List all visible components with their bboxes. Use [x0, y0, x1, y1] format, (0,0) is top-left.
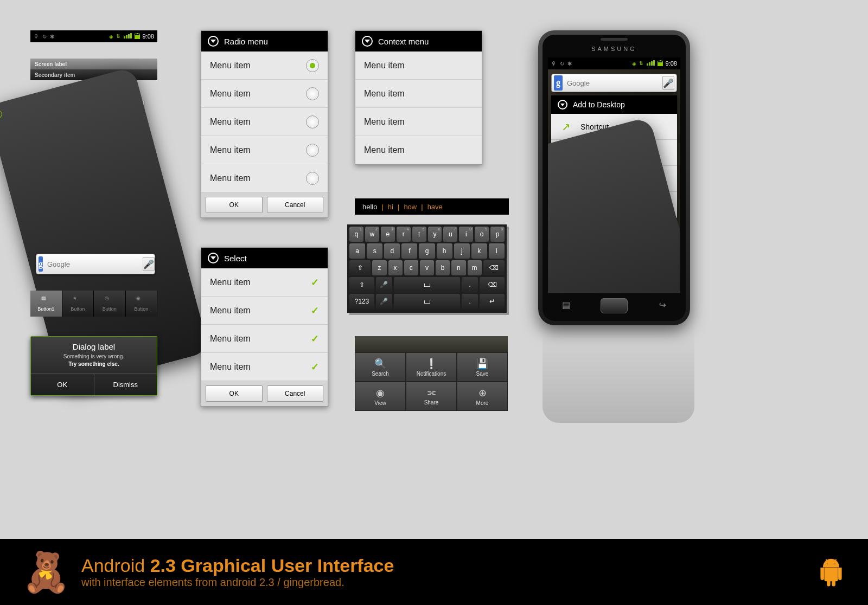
key-l[interactable]: l — [489, 243, 505, 259]
menu-hw-button[interactable]: ▤ — [562, 300, 570, 310]
opt-search[interactable]: 🔍Search — [355, 352, 406, 382]
clock-icon: ◷ — [105, 295, 114, 305]
tab-button4[interactable]: ◉Button — [126, 291, 158, 317]
dialog-title: Dialog label — [31, 337, 157, 353]
key-u[interactable]: u7 — [443, 227, 457, 242]
key-mic2[interactable]: 🎤 — [376, 294, 392, 309]
key-q[interactable]: q1 — [349, 227, 363, 242]
key-a[interactable]: a — [349, 243, 365, 259]
radio-item[interactable]: Menu item — [201, 52, 328, 80]
key-j[interactable]: j — [454, 243, 470, 259]
context-item[interactable]: Menu item — [355, 136, 482, 164]
key-backspace[interactable]: ⌫ — [480, 277, 505, 292]
select-item[interactable]: Menu item✓ — [201, 268, 328, 297]
gingerbread-icon: 🧸 — [22, 549, 71, 595]
search-icon: 🔍 — [374, 358, 386, 370]
google-icon[interactable]: g — [554, 75, 563, 91]
key-d[interactable]: d — [384, 243, 400, 259]
home-hw-button[interactable] — [601, 298, 628, 313]
key-o[interactable]: o9 — [475, 227, 489, 242]
key-enter[interactable]: ↵ — [480, 294, 505, 309]
key-e[interactable]: e3 — [381, 227, 395, 242]
footer-banner: 🧸 Android 2.3 Graphical User Interface w… — [0, 539, 868, 605]
phone-mockup: SAMSUNG 🎙↻✱ ◈⇅9:08 g 🎤 Add to Desktop ↗S… — [538, 30, 690, 325]
key-p[interactable]: p0 — [490, 227, 505, 242]
key-z[interactable]: z — [372, 260, 386, 275]
key-m[interactable]: m — [468, 260, 482, 275]
key-r[interactable]: r4 — [397, 227, 411, 242]
key-space2[interactable]: ⌴ — [394, 294, 460, 309]
key-mic[interactable]: 🎤 — [376, 277, 392, 292]
tab-button1[interactable]: ▤Button1 — [30, 291, 62, 317]
key-period2[interactable]: . — [462, 294, 478, 309]
google-icon[interactable]: g — [39, 256, 43, 272]
bluetooth-icon: ✱ — [50, 34, 54, 40]
key-space[interactable]: ⌴ — [394, 277, 460, 292]
key-b[interactable]: b — [436, 260, 450, 275]
suggest-word[interactable]: hello — [362, 203, 377, 211]
opt-notifications[interactable]: ❕Notifications — [406, 352, 457, 382]
back-hw-button[interactable]: ↩ — [659, 300, 666, 310]
key-sym[interactable]: ?123 — [349, 294, 374, 309]
radio-item[interactable]: Menu item — [201, 164, 328, 192]
select-item[interactable]: Menu item✓ — [201, 325, 328, 353]
dialog-dismiss-button[interactable]: Dismiss — [94, 374, 157, 395]
radio-cancel-button[interactable]: Cancel — [267, 197, 324, 213]
suggest-word[interactable]: how — [404, 203, 417, 211]
key-s[interactable]: s — [367, 243, 382, 259]
opt-view[interactable]: ◉View — [355, 382, 406, 411]
dialog-body2: Try something else. — [31, 361, 157, 374]
key-n[interactable]: n — [451, 260, 465, 275]
phone-search-input[interactable] — [563, 79, 662, 87]
key-y[interactable]: y6 — [428, 227, 442, 242]
select-cancel-button[interactable]: Cancel — [267, 385, 324, 402]
radio-item[interactable]: Menu item — [201, 108, 328, 136]
phone-brand: SAMSUNG — [542, 46, 686, 52]
context-header: Context menu — [355, 31, 482, 52]
mic-button[interactable]: 🎤 — [143, 257, 155, 271]
check-icon: ✓ — [311, 333, 319, 345]
key-shift[interactable]: ⇧ — [349, 260, 371, 275]
key-c[interactable]: c — [404, 260, 418, 275]
key-t[interactable]: t5 — [412, 227, 426, 242]
suggest-word[interactable]: have — [427, 203, 443, 211]
opt-save[interactable]: 💾Save — [457, 352, 508, 382]
search-input[interactable] — [43, 260, 143, 268]
select-ok-button[interactable]: OK — [206, 385, 263, 402]
key-period[interactable]: . — [462, 277, 478, 292]
context-item[interactable]: Menu item — [355, 52, 482, 80]
context-item[interactable]: Menu item — [355, 80, 482, 108]
opt-more[interactable]: ⊕More — [457, 382, 508, 411]
key-v[interactable]: v — [420, 260, 434, 275]
tab-button3[interactable]: ◷Button — [94, 291, 126, 317]
wallpaper-strip — [355, 336, 508, 352]
context-item[interactable]: Menu item — [355, 108, 482, 136]
dialog-ok-button[interactable]: OK — [31, 374, 94, 395]
key-backspace[interactable]: ⌫ — [483, 260, 505, 275]
key-shift[interactable]: ⇧ — [349, 277, 374, 292]
phone-mic-button[interactable]: 🎤 — [662, 76, 674, 90]
search-widget: g 🎤 — [36, 254, 155, 274]
sync-icon: ↻ — [42, 34, 47, 40]
select-panel: Select Menu item✓ Menu item✓ Menu item✓ … — [201, 247, 328, 407]
radio-item[interactable]: Menu item — [201, 136, 328, 164]
radio-off-icon — [306, 172, 319, 185]
select-item[interactable]: Menu item✓ — [201, 353, 328, 381]
radio-ok-button[interactable]: OK — [206, 197, 263, 213]
select-item[interactable]: Menu item✓ — [201, 297, 328, 325]
key-f[interactable]: f — [401, 243, 417, 259]
key-g[interactable]: g — [419, 243, 435, 259]
opt-share[interactable]: ⫘Share — [406, 382, 457, 411]
suggest-word[interactable]: hi — [388, 203, 393, 211]
tab-button2[interactable]: ★Button — [62, 291, 94, 317]
key-w[interactable]: w2 — [365, 227, 379, 242]
key-h[interactable]: h — [437, 243, 452, 259]
key-x[interactable]: x — [388, 260, 403, 275]
save-icon: 💾 — [476, 358, 488, 370]
footer-subtitle: with interface elements from android 2.3… — [81, 576, 394, 589]
radio-item[interactable]: Menu item — [201, 80, 328, 108]
key-i[interactable]: i8 — [459, 227, 473, 242]
signal-icon — [123, 33, 132, 40]
notification-icon: ❕ — [425, 358, 437, 370]
key-k[interactable]: k — [471, 243, 487, 259]
